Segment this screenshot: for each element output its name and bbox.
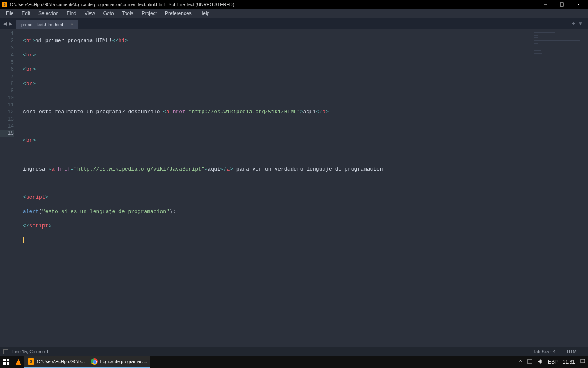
editor-area[interactable]: 1 2 3 4 5 6 7 8 9 10 11 12 13 14 15 <h1>… <box>0 29 588 347</box>
syntax-mode[interactable]: HTML <box>561 349 585 354</box>
start-button[interactable] <box>0 356 12 368</box>
menu-project[interactable]: Project <box>138 11 161 16</box>
svg-rect-4 <box>3 359 6 361</box>
menu-bar: File Edit Selection Find View Goto Tools… <box>0 9 588 18</box>
line-number: 6 <box>0 66 14 73</box>
sublime-icon: S <box>28 358 34 365</box>
line-number: 7 <box>0 73 14 80</box>
minimize-button[interactable] <box>537 0 554 9</box>
line-number: 5 <box>0 59 14 66</box>
tray-language[interactable]: ESP <box>546 359 560 365</box>
menu-edit[interactable]: Edit <box>18 11 34 16</box>
sublime-icon: S <box>2 2 7 7</box>
panel-toggle-icon[interactable] <box>3 349 8 354</box>
line-gutter: 1 2 3 4 5 6 7 8 9 10 11 12 13 14 15 <box>0 29 18 347</box>
line-number: 2 <box>0 37 14 44</box>
tray-notifications-icon[interactable] <box>577 359 588 366</box>
svg-rect-5 <box>7 359 9 361</box>
system-tray: ^ ESP 11:31 <box>517 359 588 366</box>
cursor-position[interactable]: Line 15, Column 1 <box>12 349 49 354</box>
line-number: 14 <box>0 123 14 130</box>
minimap[interactable] <box>531 29 588 347</box>
line-number: 13 <box>0 116 14 123</box>
windows-taskbar: S C:\Users\PcHp5790\D... Lógica de progr… <box>0 356 588 368</box>
line-number: 4 <box>0 52 14 58</box>
taskbar-label: C:\Users\PcHp5790\D... <box>37 359 85 364</box>
vlc-icon <box>16 359 21 365</box>
menu-goto[interactable]: Goto <box>99 11 118 16</box>
menu-preferences[interactable]: Preferences <box>161 11 196 16</box>
taskbar-label: Lógica de programaci... <box>100 359 147 364</box>
menu-file[interactable]: File <box>2 11 18 16</box>
new-tab-icon[interactable]: + <box>570 21 577 27</box>
menu-selection[interactable]: Selection <box>34 11 62 16</box>
line-number: 10 <box>0 94 14 101</box>
line-number: 9 <box>0 87 14 94</box>
svg-marker-9 <box>538 359 541 364</box>
nav-back-icon[interactable]: ◀ <box>2 21 8 27</box>
tab-bar: ◀ ▶ primer_text.html.html × + ▼ <box>0 18 588 29</box>
tab-label: primer_text.html.html <box>21 22 63 27</box>
nav-forward-icon[interactable]: ▶ <box>8 21 13 27</box>
code-content[interactable]: <h1>mi primer programa HTML!</h1> <br> <… <box>18 29 531 347</box>
tab-size[interactable]: Tab Size: 4 <box>528 349 561 354</box>
window-title: C:\Users\PcHp5790\Documents\logica de pr… <box>10 2 537 7</box>
svg-rect-8 <box>527 360 532 363</box>
taskbar-sublime[interactable]: S C:\Users\PcHp5790\D... <box>24 356 88 368</box>
menu-find[interactable]: Find <box>62 11 80 16</box>
maximize-button[interactable] <box>554 0 570 9</box>
close-button[interactable] <box>570 0 586 9</box>
tray-chevron-icon[interactable]: ^ <box>517 359 524 365</box>
line-number-current: 15 <box>0 130 14 137</box>
svg-rect-7 <box>7 362 9 365</box>
text-cursor <box>23 237 24 243</box>
window-titlebar: S C:\Users\PcHp5790\Documents\logica de … <box>0 0 588 9</box>
line-number: 11 <box>0 101 14 108</box>
menu-help[interactable]: Help <box>196 11 214 16</box>
taskbar-vlc[interactable] <box>12 356 24 368</box>
tab-dropdown-icon[interactable]: ▼ <box>577 21 585 27</box>
taskbar-chrome[interactable]: Lógica de programaci... <box>88 356 150 368</box>
status-bar: Line 15, Column 1 Tab Size: 4 HTML <box>0 347 588 356</box>
svg-rect-1 <box>560 3 564 6</box>
line-number: 12 <box>0 108 14 115</box>
menu-view[interactable]: View <box>80 11 99 16</box>
tray-network-icon[interactable] <box>524 359 535 366</box>
tab-close-icon[interactable]: × <box>71 21 74 27</box>
file-tab[interactable]: primer_text.html.html × <box>16 20 78 29</box>
tray-clock[interactable]: 11:31 <box>560 359 577 365</box>
line-number: 1 <box>0 30 14 37</box>
svg-rect-6 <box>3 362 6 365</box>
line-number: 8 <box>0 80 14 87</box>
tab-nav-arrows: ◀ ▶ <box>0 21 16 27</box>
svg-rect-10 <box>581 359 585 363</box>
tray-volume-icon[interactable] <box>535 359 546 366</box>
line-number: 3 <box>0 45 14 52</box>
menu-tools[interactable]: Tools <box>118 11 138 16</box>
chrome-icon <box>91 358 98 365</box>
